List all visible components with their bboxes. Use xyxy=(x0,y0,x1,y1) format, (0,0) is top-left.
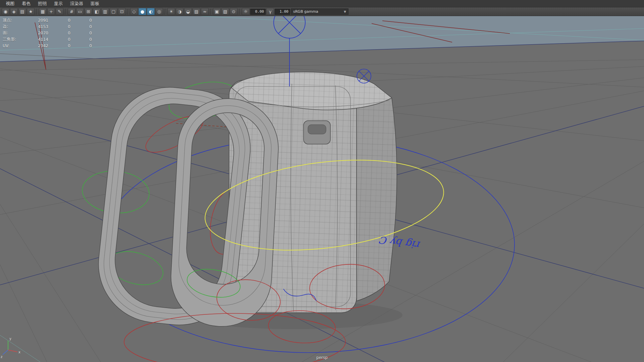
toolbar-separator xyxy=(211,9,211,15)
view-transform-value: sRGB gamma xyxy=(293,9,318,14)
hud-label: 顶点: xyxy=(3,17,32,23)
select-camera-icon[interactable]: ◉ xyxy=(2,8,9,15)
chevron-down-icon: ▼ xyxy=(344,10,346,13)
hud-value: 2342 xyxy=(32,44,48,48)
toolbar-separator xyxy=(239,9,240,15)
shadows-icon[interactable]: ◑ xyxy=(176,8,183,15)
front-strap[interactable] xyxy=(168,96,281,329)
hud-col1: 0 xyxy=(48,37,70,42)
image-plane-icon[interactable]: ▦ xyxy=(39,8,47,15)
exposure-icon[interactable]: ☼ xyxy=(242,8,250,15)
hud-value: 4153 xyxy=(32,24,48,29)
wireframe-icon[interactable]: ◇ xyxy=(130,8,138,15)
menu-view[interactable]: 视图 xyxy=(2,0,18,7)
camera-label: persp xyxy=(0,355,644,360)
2d-pan-zoom-icon[interactable]: + xyxy=(47,8,55,15)
menu-shading[interactable]: 着色 xyxy=(18,0,34,7)
hud-label: 面: xyxy=(3,30,32,36)
sky-region xyxy=(0,16,644,62)
scene-3d: rig by C y x z xyxy=(0,16,644,362)
axis-x-label: x xyxy=(18,350,20,354)
use-default-material-icon[interactable]: ◎ xyxy=(155,8,163,15)
hud-col1: 0 xyxy=(48,24,70,29)
hud-col2: 0 xyxy=(70,44,92,48)
lock-camera-icon[interactable]: ◈ xyxy=(10,8,18,15)
hud-col1: 0 xyxy=(48,31,70,36)
toolbar-separator xyxy=(128,9,128,15)
hud-value: 4114 xyxy=(32,37,48,42)
resolution-gate-icon[interactable]: ⊞ xyxy=(85,8,92,15)
safe-action-icon[interactable]: ▢ xyxy=(110,8,117,15)
toolbar-separator xyxy=(65,9,66,15)
viewport-menu-bar: 视图 着色 照明 显示 渲染器 面板 xyxy=(0,0,644,7)
menu-renderer[interactable]: 渲染器 xyxy=(66,0,87,7)
viewport-toolbar: ◉ ◈ ▤ ★ ▦ + ✎ # ▭ ⊞ ◧ ▥ ▢ ⊡ ◇ ● ◐ ◎ ☀ ◑ … xyxy=(0,7,644,16)
xray-joints-icon[interactable]: ⊙ xyxy=(230,8,237,15)
grease-pencil-icon[interactable]: ✎ xyxy=(56,8,63,15)
bookmarks-icon[interactable]: ★ xyxy=(27,8,35,15)
menu-lighting[interactable]: 照明 xyxy=(34,0,50,7)
poly-count-hud: 顶点: 2091 0 0 边: 4153 0 0 面: 2070 0 0 三角形… xyxy=(3,17,92,49)
hud-col2: 0 xyxy=(70,24,92,29)
hud-col2: 0 xyxy=(70,31,92,36)
backpack-handle[interactable] xyxy=(304,121,330,144)
toolbar-separator xyxy=(37,9,37,15)
anti-alias-icon[interactable]: ▨ xyxy=(193,8,200,15)
shaded-icon[interactable]: ● xyxy=(139,8,146,15)
gamma-icon[interactable]: γ xyxy=(266,8,274,15)
hud-row-triangles: 三角形: 4114 0 0 xyxy=(3,36,92,43)
viewport-canvas[interactable]: 顶点: 2091 0 0 边: 4153 0 0 面: 2070 0 0 三角形… xyxy=(0,16,644,362)
hud-label: 三角形: xyxy=(3,37,32,42)
isolate-select-icon[interactable]: ▣ xyxy=(213,8,221,15)
grid-icon[interactable]: # xyxy=(68,8,75,15)
film-gate-icon[interactable]: ▭ xyxy=(76,8,84,15)
menu-show[interactable]: 显示 xyxy=(50,0,66,7)
safe-title-icon[interactable]: ⊡ xyxy=(118,8,126,15)
hud-row-edges: 边: 4153 0 0 xyxy=(3,23,92,30)
view-transform-dropdown[interactable]: sRGB gamma ▼ xyxy=(291,8,348,15)
motion-blur-icon[interactable]: ≈ xyxy=(201,8,209,15)
ambient-occlusion-icon[interactable]: ◒ xyxy=(184,8,192,15)
hud-row-uv: UV: 2342 0 0 xyxy=(3,43,92,49)
hud-col2: 0 xyxy=(70,37,92,42)
toolbar-separator xyxy=(165,9,165,15)
hud-col2: 0 xyxy=(70,18,92,23)
textured-icon[interactable]: ◐ xyxy=(147,8,155,15)
hud-label: UV: xyxy=(3,44,32,48)
gamma-input[interactable] xyxy=(275,9,290,15)
hud-value: 2091 xyxy=(32,18,48,23)
hud-col1: 0 xyxy=(48,18,70,23)
lighting-icon[interactable]: ☀ xyxy=(167,8,175,15)
hud-label: 边: xyxy=(3,24,32,29)
gate-mask-icon[interactable]: ◧ xyxy=(93,8,101,15)
exposure-input[interactable] xyxy=(250,9,266,15)
hud-row-faces: 面: 2070 0 0 xyxy=(3,30,92,36)
side-wireframe xyxy=(357,94,397,301)
hud-row-vertices: 顶点: 2091 0 0 xyxy=(3,17,92,23)
camera-attributes-icon[interactable]: ▤ xyxy=(18,8,26,15)
hud-col1: 0 xyxy=(48,44,70,48)
field-chart-icon[interactable]: ▥ xyxy=(101,8,109,15)
hud-value: 2070 xyxy=(32,31,48,36)
xray-icon[interactable]: ▧ xyxy=(221,8,229,15)
menu-panels[interactable]: 面板 xyxy=(87,0,103,7)
axis-y-label: y xyxy=(9,337,11,341)
